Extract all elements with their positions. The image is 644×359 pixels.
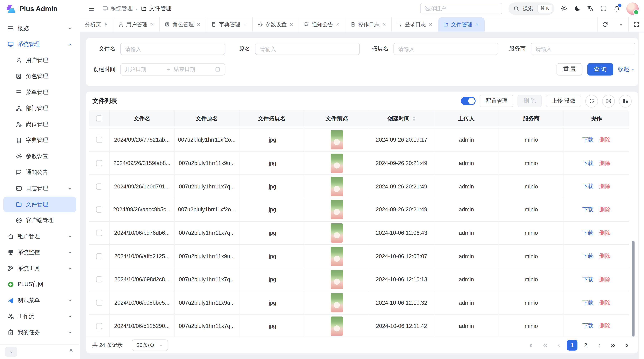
delete-link[interactable]: 删除 [599,183,610,190]
breadcrumb-item[interactable]: 系统管理 [102,5,133,12]
extension-input[interactable] [394,43,498,55]
global-search-button[interactable]: 搜索 ⌘ K [508,2,554,15]
sidebar-toggle-icon[interactable] [88,5,95,12]
download-link[interactable]: 下载 [582,276,594,283]
breadcrumb-item[interactable]: 文件管理 [141,5,172,12]
search-panel-toggle[interactable] [461,97,476,105]
sidebar-item-user-mgmt[interactable]: 用户管理 [3,52,76,68]
tab-close-icon[interactable] [289,22,294,27]
download-link[interactable]: 下载 [582,136,594,144]
download-link[interactable]: 下载 [582,299,594,307]
sidebar-item-post-mgmt[interactable]: 岗位管理 [3,117,76,132]
translate-icon[interactable] [587,5,594,12]
config-manage-button[interactable]: 配置管理 [480,95,514,107]
sidebar-item-dept-mgmt[interactable]: 部门管理 [3,101,76,116]
notification-bell-button[interactable] [613,5,620,12]
sidebar-item-test-menu[interactable]: 测试菜单 [3,293,76,308]
sort-icons[interactable] [412,116,416,121]
table-refresh-button[interactable] [585,95,598,107]
tab-close-icon[interactable] [475,22,479,27]
page-scrollbar-track[interactable] [639,32,644,359]
delete-link[interactable]: 删除 [599,322,610,330]
delete-link[interactable]: 删除 [599,136,610,144]
sidebar-collapse-button[interactable]: « [5,347,17,357]
delete-link[interactable]: 删除 [599,159,610,167]
sidebar-item-client-mgmt[interactable]: 客户端管理 [3,213,76,228]
tab-close-icon[interactable] [382,22,386,27]
upload-button[interactable]: 上传 没做 [546,95,581,107]
fullscreen-icon[interactable] [600,5,607,12]
tab-close-icon[interactable] [428,22,433,27]
sidebar-item-workflow[interactable]: 工作流 [3,309,76,324]
tab-close-icon[interactable] [336,22,340,27]
file-preview-thumbnail[interactable] [330,293,343,313]
row-checkbox[interactable] [96,300,102,306]
delete-link[interactable]: 删除 [599,229,610,237]
sidebar-item-file-mgmt[interactable]: 文件管理 [3,197,76,212]
delete-link[interactable]: 删除 [599,276,610,283]
sidebar-item-param-set[interactable]: 参数设置 [3,149,76,164]
row-checkbox[interactable] [96,276,102,283]
delete-link[interactable]: 删除 [599,206,610,213]
tab-file-mgmt[interactable]: 文件管理 [438,17,484,31]
download-link[interactable]: 下载 [582,206,594,213]
tabs-fullscreen-button[interactable] [628,17,644,31]
tab-role-mgmt[interactable]: 角色管理 [160,17,206,31]
row-checkbox[interactable] [96,207,102,213]
tab-user-mgmt[interactable]: 用户管理 [114,17,160,31]
row-checkbox[interactable] [96,160,102,166]
avatar[interactable] [626,2,639,15]
sidebar-item-log-mgmt[interactable]: 日志管理 [3,181,76,196]
file-preview-thumbnail[interactable] [330,177,343,196]
table-scrollbar-thumb[interactable] [632,241,634,337]
tenant-select-input[interactable] [420,3,502,14]
download-link[interactable]: 下载 [582,322,594,330]
sidebar-item-system-mgmt[interactable]: 系统管理 [3,36,76,52]
tab-close-icon[interactable] [243,22,247,27]
file-preview-thumbnail[interactable] [330,270,343,289]
tab-pin-icon[interactable] [104,22,108,27]
row-checkbox[interactable] [96,253,102,259]
tab-notice[interactable]: 通知公告 [299,17,345,31]
table-columns-button[interactable] [619,95,632,107]
file-preview-thumbnail[interactable] [330,247,343,266]
tabs-refresh-button[interactable] [597,17,613,31]
tabs-menu-button[interactable] [613,17,628,31]
tab-analysis[interactable]: 分析页 [80,17,114,31]
settings-gear-icon[interactable] [561,5,568,12]
file-preview-thumbnail[interactable] [330,223,343,243]
file-preview-thumbnail[interactable] [330,317,343,336]
page-number[interactable]: 1 [567,340,578,351]
query-button[interactable]: 查 询 [588,63,613,76]
file-preview-thumbnail[interactable] [330,200,343,219]
tab-dict-mgmt[interactable]: 字典管理 [206,17,252,31]
page-size-select[interactable]: 20条/页 [132,340,168,351]
delete-button[interactable]: 删 除 [518,95,542,107]
page-back5[interactable] [540,340,550,351]
file-preview-thumbnail[interactable] [330,130,343,150]
sidebar-pin-icon[interactable] [68,349,74,355]
reset-button[interactable]: 重 置 [557,63,582,76]
sidebar-item-dict-mgmt[interactable]: 字典管理 [3,133,76,148]
sidebar-item-plus-site[interactable]: PLUS官网 [3,277,76,292]
sidebar-item-role-mgmt[interactable]: 角色管理 [3,68,76,84]
provider-input[interactable] [530,43,635,55]
collapse-filter-link[interactable]: 收起 [618,66,635,73]
tab-close-icon[interactable] [196,22,201,27]
page-first[interactable] [526,340,537,351]
page-prev[interactable] [553,340,564,351]
download-link[interactable]: 下载 [582,229,594,237]
page-number[interactable]: 2 [580,340,591,351]
tab-op-log[interactable]: 操作日志 [346,17,392,31]
dark-mode-moon-icon[interactable] [574,5,581,12]
row-checkbox[interactable] [96,323,102,329]
tab-login-log[interactable]: 登录日志 [392,17,438,31]
row-checkbox[interactable] [96,230,102,236]
download-link[interactable]: 下载 [582,253,594,260]
file-preview-thumbnail[interactable] [330,154,343,173]
row-checkbox[interactable] [96,183,102,190]
sidebar-item-sys-tools[interactable]: 系统工具 [3,261,76,276]
table-expand-button[interactable] [602,95,615,107]
page-forward5[interactable] [608,340,618,351]
page-last[interactable] [621,340,632,351]
